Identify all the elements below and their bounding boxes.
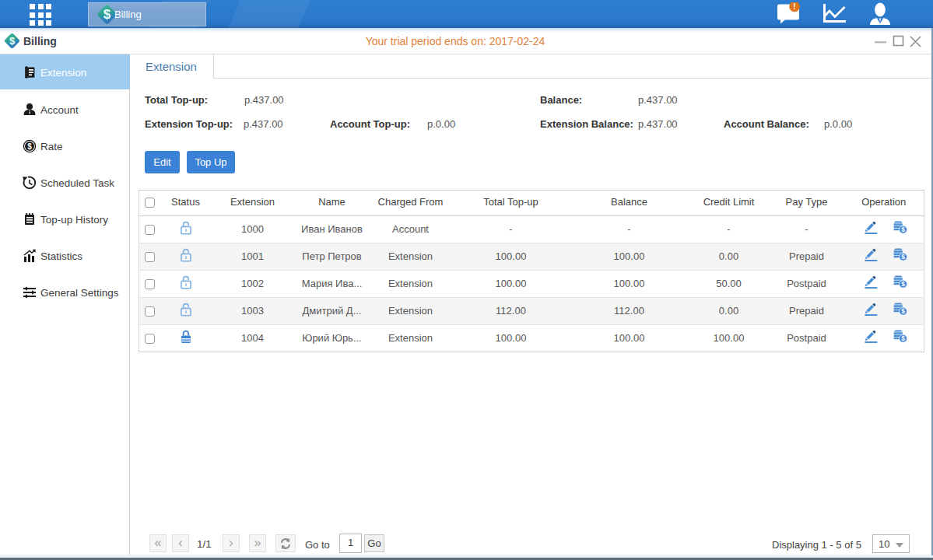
svg-text:$: $ — [901, 253, 905, 261]
svg-text:!: ! — [793, 2, 795, 11]
svg-text:$: $ — [901, 226, 905, 233]
svg-text:$: $ — [901, 280, 905, 288]
svg-text:$: $ — [901, 334, 905, 342]
svg-text:$: $ — [27, 142, 32, 150]
svg-text:$: $ — [901, 307, 905, 315]
